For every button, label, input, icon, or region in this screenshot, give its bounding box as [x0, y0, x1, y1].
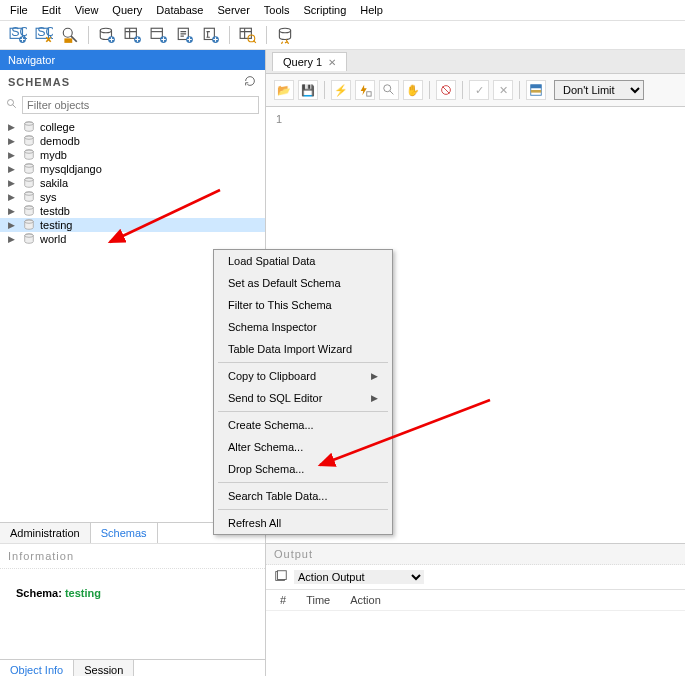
schema-item-mysqldjango[interactable]: ▶mysqldjango: [0, 162, 265, 176]
new-schema-icon[interactable]: [97, 25, 117, 45]
schema-item-world[interactable]: ▶world: [0, 232, 265, 246]
navigator-header: Navigator: [0, 50, 265, 70]
svg-rect-10: [151, 28, 162, 38]
inspector-icon[interactable]: [60, 25, 80, 45]
menu-item-create-schema[interactable]: Create Schema...: [214, 414, 392, 436]
database-icon: [22, 205, 36, 217]
database-icon: [22, 191, 36, 203]
execute-icon[interactable]: ⚡: [331, 80, 351, 100]
expand-icon[interactable]: ▶: [8, 234, 18, 244]
save-icon[interactable]: 💾: [298, 80, 318, 100]
menu-item-refresh-all[interactable]: Refresh All: [214, 512, 392, 534]
menu-item-load-spatial-data[interactable]: Load Spatial Data: [214, 250, 392, 272]
execute-current-icon[interactable]: [355, 80, 375, 100]
database-icon: [22, 233, 36, 245]
stop-icon[interactable]: ✋: [403, 80, 423, 100]
rollback-icon[interactable]: ✕: [493, 80, 513, 100]
reconnect-icon[interactable]: [275, 25, 295, 45]
new-procedure-icon[interactable]: [175, 25, 195, 45]
close-icon[interactable]: ✕: [328, 57, 336, 68]
menu-separator: [218, 411, 388, 412]
refresh-icon[interactable]: [243, 74, 257, 90]
menu-view[interactable]: View: [75, 4, 99, 16]
schema-item-demodb[interactable]: ▶demodb: [0, 134, 265, 148]
separator: [429, 81, 430, 99]
database-icon: [22, 177, 36, 189]
output-list-icon[interactable]: [274, 569, 288, 585]
svg-point-19: [8, 100, 14, 106]
tab-object-info[interactable]: Object Info: [0, 660, 74, 676]
schema-filter-input[interactable]: [22, 96, 259, 114]
menu-item-table-data-import-wizard[interactable]: Table Data Import Wizard: [214, 338, 392, 360]
expand-icon[interactable]: ▶: [8, 220, 18, 230]
commit-icon[interactable]: ✓: [469, 80, 489, 100]
menu-item-alter-schema[interactable]: Alter Schema...: [214, 436, 392, 458]
menu-edit[interactable]: Edit: [42, 4, 61, 16]
query-tab-label: Query 1: [283, 56, 322, 68]
database-icon: [22, 149, 36, 161]
menu-file[interactable]: File: [10, 4, 28, 16]
expand-icon[interactable]: ▶: [8, 150, 18, 160]
svg-rect-43: [531, 90, 542, 93]
menu-database[interactable]: Database: [156, 4, 203, 16]
new-function-icon[interactable]: [201, 25, 221, 45]
menu-item-drop-schema[interactable]: Drop Schema...: [214, 458, 392, 480]
schema-item-sakila[interactable]: ▶sakila: [0, 176, 265, 190]
expand-icon[interactable]: ▶: [8, 192, 18, 202]
schema-name: sakila: [40, 177, 68, 189]
open-sql-icon[interactable]: SQL: [34, 25, 54, 45]
menu-item-filter-to-this-schema[interactable]: Filter to This Schema: [214, 294, 392, 316]
new-table-icon[interactable]: [123, 25, 143, 45]
menu-item-send-to-sql-editor[interactable]: Send to SQL Editor▶: [214, 387, 392, 409]
explain-icon[interactable]: [379, 80, 399, 100]
schema-search: [0, 94, 265, 116]
menu-item-copy-to-clipboard[interactable]: Copy to Clipboard▶: [214, 365, 392, 387]
schema-item-testing[interactable]: ▶testing: [0, 218, 265, 232]
information-body: Schema: testing: [0, 569, 265, 659]
menu-help[interactable]: Help: [360, 4, 383, 16]
schema-item-testdb[interactable]: ▶testdb: [0, 204, 265, 218]
expand-icon[interactable]: ▶: [8, 122, 18, 132]
menu-separator: [218, 509, 388, 510]
tab-administration[interactable]: Administration: [0, 523, 91, 543]
menu-tools[interactable]: Tools: [264, 4, 290, 16]
separator: [229, 26, 230, 44]
svg-point-6: [100, 28, 111, 33]
database-icon: [22, 135, 36, 147]
limit-rows-select[interactable]: Don't Limit: [554, 80, 644, 100]
toggle-autocommit-icon[interactable]: [436, 80, 456, 100]
query-tab-1[interactable]: Query 1 ✕: [272, 52, 347, 71]
new-sql-tab-icon[interactable]: SQL: [8, 25, 28, 45]
output-type-select[interactable]: Action Output: [294, 570, 424, 584]
svg-point-39: [384, 85, 391, 92]
menu-item-set-as-default-schema[interactable]: Set as Default Schema: [214, 272, 392, 294]
menu-server[interactable]: Server: [217, 4, 249, 16]
output-columns: #TimeAction: [266, 590, 685, 611]
new-view-icon[interactable]: [149, 25, 169, 45]
expand-icon[interactable]: ▶: [8, 164, 18, 174]
schema-name: mydb: [40, 149, 67, 161]
toggle-limit-icon[interactable]: [526, 80, 546, 100]
schema-item-college[interactable]: ▶college: [0, 120, 265, 134]
tab-session[interactable]: Session: [74, 660, 134, 676]
output-col: Action: [350, 594, 381, 606]
search-table-data-icon[interactable]: [238, 25, 258, 45]
menu-item-schema-inspector[interactable]: Schema Inspector: [214, 316, 392, 338]
menu-item-search-table-data[interactable]: Search Table Data...: [214, 485, 392, 507]
expand-icon[interactable]: ▶: [8, 136, 18, 146]
schemas-label: SCHEMAS: [8, 76, 70, 88]
expand-icon[interactable]: ▶: [8, 206, 18, 216]
tab-schemas[interactable]: Schemas: [91, 523, 158, 543]
open-file-icon[interactable]: 📂: [274, 80, 294, 100]
menu-scripting[interactable]: Scripting: [304, 4, 347, 16]
schema-value: testing: [65, 587, 101, 599]
expand-icon[interactable]: ▶: [8, 178, 18, 188]
database-icon: [22, 121, 36, 133]
svg-rect-16: [240, 28, 251, 38]
schema-item-mydb[interactable]: ▶mydb: [0, 148, 265, 162]
schema-name: testdb: [40, 205, 70, 217]
schema-item-sys[interactable]: ▶sys: [0, 190, 265, 204]
menu-query[interactable]: Query: [112, 4, 142, 16]
info-tabs: Object Info Session: [0, 659, 265, 676]
line-number: 1: [276, 113, 282, 125]
